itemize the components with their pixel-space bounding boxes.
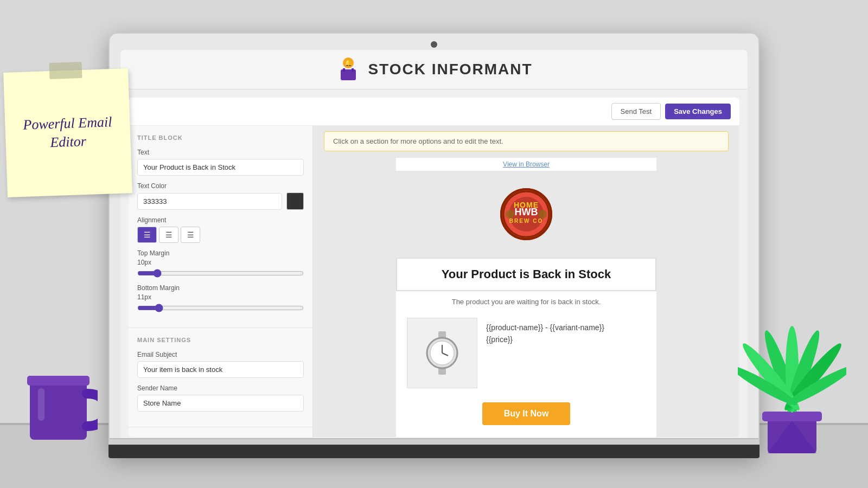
info-banner: Click on a section for more options and …	[324, 131, 729, 151]
email-title-block: Your Product is Back in Stock	[396, 258, 656, 291]
product-name: {{product-name}} - {{variant-name}}	[486, 323, 604, 332]
laptop-screen: 🔔 STOCK INFORMANT Send Test Save Changes	[120, 50, 748, 444]
plant-decoration	[738, 315, 846, 458]
mug-decoration	[19, 358, 98, 447]
sticky-note-text: Powerful Email Editor	[5, 107, 131, 159]
email-subject-label: Email Subject	[137, 351, 304, 358]
top-margin-label: Top Margin	[137, 249, 304, 257]
editor-card: Send Test Save Changes TITLE BLOCK Text …	[129, 98, 739, 437]
laptop: 🔔 STOCK INFORMANT Send Test Save Changes	[108, 33, 760, 455]
main-settings-section: MAIN SETTINGS Email Subject Sender Name	[129, 328, 312, 427]
buy-now-block: Buy It Now	[396, 394, 656, 434]
camera-dot	[431, 41, 437, 48]
product-price: {{price}}	[486, 335, 604, 344]
left-panel: TITLE BLOCK Text Text Color Alignment	[129, 126, 313, 437]
email-preview-panel: Click on a section for more options and …	[313, 126, 739, 437]
buy-now-button[interactable]: Buy It Now	[482, 402, 571, 425]
color-swatch[interactable]	[286, 192, 304, 210]
svg-text:HWB: HWB	[515, 207, 538, 217]
svg-rect-16	[343, 68, 345, 72]
editor-body: TITLE BLOCK Text Text Color Alignment	[129, 126, 739, 437]
email-footer-text: You are receiving this email because you…	[396, 434, 656, 437]
svg-rect-4	[762, 412, 822, 421]
sender-name-label: Sender Name	[137, 384, 304, 392]
svg-rect-17	[352, 68, 354, 72]
svg-rect-2	[38, 388, 44, 421]
title-block-section: TITLE BLOCK Text Text Color Alignment	[129, 126, 312, 328]
email-logo-block: HOME HWB BREW CO	[396, 171, 656, 258]
color-text-input[interactable]	[137, 193, 282, 210]
email-subject-input[interactable]	[137, 361, 304, 378]
app-logo-icon: 🔔	[335, 56, 361, 82]
save-changes-button[interactable]: Save Changes	[665, 104, 731, 119]
svg-point-24	[506, 210, 514, 219]
svg-rect-1	[27, 376, 90, 386]
email-title-text: Your Product is Back in Stock	[408, 267, 644, 281]
view-in-browser-link[interactable]: View in Browser	[396, 158, 656, 171]
bottom-margin-value: 11px	[137, 293, 304, 301]
text-field-label: Text	[137, 149, 304, 156]
product-image	[407, 318, 477, 388]
align-left-button[interactable]: ☰	[137, 227, 157, 243]
app-name: STOCK INFORMANT	[368, 61, 532, 78]
product-info: {{product-name}} - {{variant-name}} {{pr…	[486, 318, 604, 349]
main-settings-label: MAIN SETTINGS	[137, 337, 304, 343]
title-block-label: TITLE BLOCK	[137, 134, 304, 141]
top-margin-slider[interactable]	[137, 269, 304, 278]
laptop-base	[108, 445, 760, 458]
svg-text:BREW CO: BREW CO	[509, 218, 543, 224]
logo-area: 🔔 STOCK INFORMANT	[335, 56, 532, 82]
app-header: 🔔 STOCK INFORMANT	[120, 50, 748, 89]
color-field-row	[137, 192, 304, 210]
align-center-button[interactable]: ☰	[159, 227, 178, 243]
editor-toolbar: Send Test Save Changes	[129, 98, 739, 126]
info-banner-text: Click on a section for more options and …	[333, 137, 503, 145]
sender-name-input[interactable]	[137, 395, 304, 412]
alignment-buttons: ☰ ☰ ☰	[137, 227, 304, 243]
sticky-tape	[49, 62, 82, 79]
svg-point-25	[538, 210, 547, 219]
text-color-label: Text Color	[137, 182, 304, 190]
email-preview: View in Browser HOME HWB BREW CO	[396, 158, 656, 437]
app-content: Send Test Save Changes TITLE BLOCK Text …	[120, 89, 748, 444]
bottom-margin-slider[interactable]	[137, 304, 304, 312]
send-test-button[interactable]: Send Test	[611, 103, 661, 120]
bottom-margin-label: Bottom Margin	[137, 284, 304, 292]
align-right-button[interactable]: ☰	[181, 227, 200, 243]
top-margin-value: 10px	[137, 259, 304, 266]
title-text-input[interactable]	[137, 159, 304, 176]
email-subtitle: The product you are waiting for is back …	[396, 291, 656, 312]
email-product-row: {{product-name}} - {{variant-name}} {{pr…	[396, 312, 656, 394]
svg-text:🔔: 🔔	[344, 59, 353, 67]
sticky-note: Powerful Email Editor	[3, 68, 132, 197]
alignment-label: Alignment	[137, 216, 304, 224]
brew-logo: HOME HWB BREW CO	[499, 187, 553, 241]
